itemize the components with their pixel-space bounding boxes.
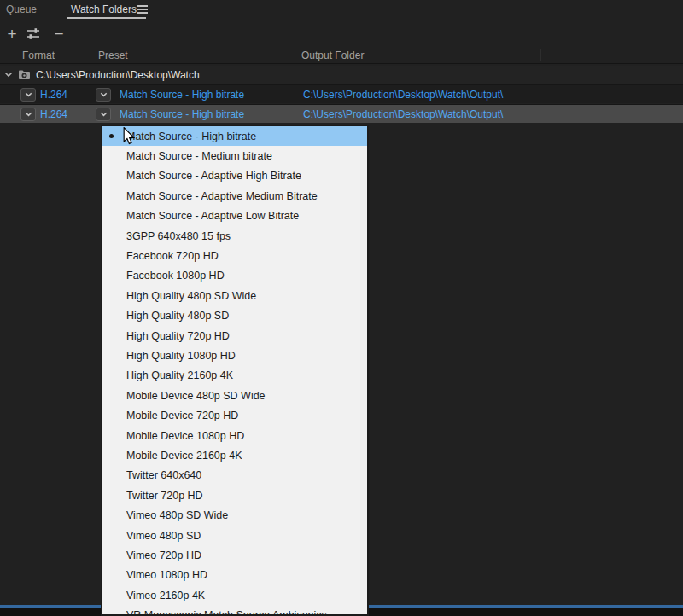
preset-option[interactable]: Twitter 640x640 [102, 466, 367, 485]
format-dropdown-button[interactable] [20, 88, 36, 102]
preset-option-label: Match Source - Adaptive Medium Bitrate [126, 190, 318, 202]
panel-menu-icon[interactable] [137, 5, 148, 14]
preset-option-label: High Quality 2160p 4K [126, 369, 233, 381]
preset-option-label: Vimeo 1080p HD [126, 569, 207, 581]
preset-dropdown-button[interactable] [96, 108, 111, 121]
preset-option-label: Mobile Device 2160p 4K [126, 450, 242, 462]
tab-queue[interactable]: Queue [6, 3, 37, 15]
preset-option-label: Vimeo 2160p 4K [126, 590, 205, 601]
preset-value[interactable]: Match Source - High bitrate [120, 85, 244, 104]
settings-sliders-icon[interactable] [26, 27, 44, 48]
preset-option-label: Match Source - High bitrate [126, 131, 256, 142]
preset-option-label: Vimeo 480p SD Wide [126, 509, 228, 521]
preset-option-label: High Quality 480p SD Wide [126, 290, 256, 302]
column-separator [540, 49, 541, 61]
mouse-cursor [123, 127, 135, 145]
preset-option[interactable]: Vimeo 480p SD Wide [102, 505, 367, 525]
output-folder-value[interactable]: C:\Users\Production\Desktop\Watch\Output… [303, 105, 503, 124]
watch-folder-path: C:\Users\Production\Desktop\Watch [36, 66, 200, 84]
preset-option[interactable]: Vimeo 720p HD [102, 545, 367, 565]
remove-watch-folder-button[interactable]: − [50, 24, 68, 44]
preset-option[interactable]: High Quality 720p HD [102, 326, 367, 346]
preset-option-label: High Quality 1080p HD [126, 350, 236, 362]
format-value[interactable]: H.264 [40, 105, 67, 124]
preset-option[interactable]: Vimeo 2160p 4K [102, 585, 367, 605]
watch-folder-row[interactable]: C:\Users\Production\Desktop\Watch [0, 66, 683, 84]
preset-option[interactable]: Facebook 720p HD [102, 246, 367, 265]
preset-option[interactable]: Match Source - Adaptive Low Bitrate [102, 206, 367, 226]
preset-option[interactable]: Twitter 720p HD [102, 485, 367, 505]
watch-folders-panel: Queue Watch Folders + − Format Preset Ou… [0, 0, 683, 616]
preset-option[interactable]: Match Source - Adaptive Medium Bitrate [102, 186, 367, 206]
column-header-row: Format Preset Output Folder [0, 47, 683, 63]
format-dropdown-button[interactable] [20, 108, 36, 121]
preset-option-label: Twitter 640x640 [126, 469, 201, 481]
active-tab-underline [67, 17, 146, 19]
column-separator [598, 49, 598, 61]
tab-watch-folders[interactable]: Watch Folders [71, 3, 137, 15]
preset-option-label: Mobile Device 480p SD Wide [126, 390, 266, 402]
column-header-preset[interactable]: Preset [98, 49, 128, 61]
preset-option-label: High Quality 480p SD [126, 310, 229, 322]
preset-option[interactable]: Mobile Device 1080p HD [102, 426, 367, 445]
preset-option[interactable]: High Quality 480p SD Wide [102, 286, 367, 305]
preset-option-label: Match Source - Adaptive High Bitrate [126, 170, 301, 182]
preset-option[interactable]: Vimeo 1080p HD [102, 566, 367, 585]
preset-option[interactable]: Match Source - Medium bitrate [102, 146, 367, 166]
encode-row[interactable]: H.264Match Source - High bitrateC:\Users… [0, 84, 683, 103]
format-value[interactable]: H.264 [40, 85, 67, 104]
preset-option[interactable]: High Quality 480p SD [102, 306, 367, 326]
preset-option-label: Match Source - Adaptive Low Bitrate [126, 210, 299, 222]
watch-folder-icon [18, 69, 31, 80]
preset-option-label: Match Source - Medium bitrate [126, 150, 272, 162]
preset-option-label: Mobile Device 720p HD [126, 410, 238, 421]
preset-option[interactable]: Vimeo 480p SD [102, 526, 367, 545]
preset-option-label: Vimeo 480p SD [126, 530, 201, 542]
preset-option-label: Facebook 720p HD [126, 250, 219, 262]
column-header-output-folder[interactable]: Output Folder [301, 49, 364, 61]
preset-option[interactable]: 3GPP 640x480 15 fps [102, 226, 367, 246]
column-header-format[interactable]: Format [22, 49, 55, 61]
preset-option-label: High Quality 720p HD [126, 330, 230, 342]
chevron-down-icon[interactable] [4, 72, 13, 78]
preset-option[interactable]: Mobile Device 720p HD [102, 405, 367, 425]
preset-option-label: Mobile Device 1080p HD [126, 430, 244, 442]
preset-option[interactable]: Mobile Device 2160p 4K [102, 445, 367, 465]
output-folder-value[interactable]: C:\Users\Production\Desktop\Watch\Output… [303, 85, 503, 104]
preset-dropdown-list: Match Source - High bitrateMatch Source … [101, 125, 369, 616]
panel-tab-bar: Queue Watch Folders [0, 0, 683, 20]
preset-option[interactable]: VR Monoscopic Match Source Ambisonics [102, 605, 367, 616]
preset-option[interactable]: Match Source - Adaptive High Bitrate [102, 166, 367, 186]
preset-option[interactable]: Match Source - High bitrate [102, 126, 367, 146]
header-separator [0, 63, 683, 64]
selected-bullet-icon [109, 134, 114, 138]
preset-option-label: 3GPP 640x480 15 fps [126, 230, 231, 242]
preset-dropdown-button[interactable] [96, 88, 111, 102]
preset-option[interactable]: Mobile Device 480p SD Wide [102, 386, 367, 405]
preset-option-label: Twitter 720p HD [126, 490, 203, 502]
encode-row[interactable]: H.264Match Source - High bitrateC:\Users… [0, 104, 683, 123]
preset-option-label: Facebook 1080p HD [126, 270, 225, 282]
preset-option[interactable]: Facebook 1080p HD [102, 266, 367, 286]
preset-option-label: VR Monoscopic Match Source Ambisonics [126, 609, 327, 616]
add-watch-folder-button[interactable]: + [3, 24, 21, 44]
watch-folder-toolbar: + − [0, 24, 683, 46]
preset-option[interactable]: High Quality 2160p 4K [102, 366, 367, 386]
preset-option[interactable]: High Quality 1080p HD [102, 346, 367, 365]
preset-value[interactable]: Match Source - High bitrate [120, 105, 244, 124]
preset-option-label: Vimeo 720p HD [126, 549, 201, 561]
